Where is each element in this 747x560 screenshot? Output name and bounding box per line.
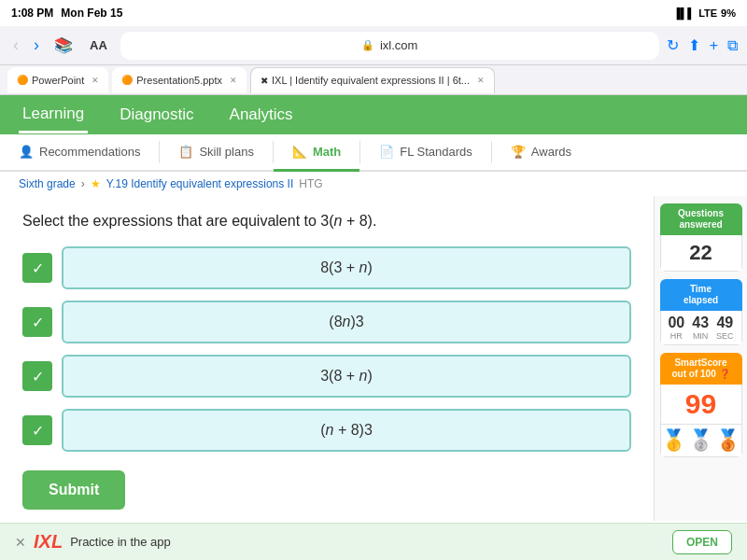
time-elapsed-header: Time elapsed — [660, 279, 742, 311]
subnav-math[interactable]: 📐 Math — [274, 134, 359, 172]
questions-label2: answered — [679, 219, 722, 230]
fl-standards-label: FL Standards — [400, 145, 472, 159]
tabs-bar: 🟠 PowerPoint ✕ 🟠 Presentation5.pptx ✕ ✖ … — [0, 65, 747, 95]
checkbox-4[interactable]: ✓ — [22, 415, 52, 445]
nav-diagnostic[interactable]: Diagnostic — [116, 98, 197, 132]
right-panel: Questions answered 22 Time elapsed 00 HR… — [654, 196, 747, 521]
breadcrumb-tag: HTG — [299, 177, 322, 190]
tab-close-ppt1[interactable]: ✕ — [92, 76, 99, 85]
status-time: 1:08 PM — [11, 7, 53, 20]
smart-score-label1: SmartScore — [674, 357, 726, 368]
nav-learning[interactable]: Learning — [19, 97, 88, 133]
open-app-button[interactable]: OPEN — [672, 530, 732, 554]
battery-level: 9% — [721, 7, 736, 19]
smart-score-help-icon[interactable]: ❓ — [719, 369, 730, 379]
option-text-2: (8n)3 — [329, 314, 363, 330]
banner-close-button[interactable]: ✕ — [15, 535, 26, 550]
option-box-1[interactable]: 8(3 + n) — [62, 246, 631, 289]
option-text-3: 3(8 + n) — [320, 368, 373, 385]
check-icon-4: ✓ — [32, 422, 44, 440]
medals-row: 🥇 🥈 🥉 — [660, 425, 742, 457]
url-text: ixl.com — [380, 38, 417, 52]
tab-close-ppt2[interactable]: ✕ — [230, 76, 237, 85]
breadcrumb-star-icon[interactable]: ★ — [91, 177, 101, 190]
time-minutes: 43 — [692, 315, 709, 331]
checkbox-3[interactable]: ✓ — [22, 361, 52, 391]
url-bar[interactable]: 🔒 ixl.com — [120, 32, 659, 60]
math-icon: 📐 — [292, 145, 307, 159]
checkbox-2[interactable]: ✓ — [22, 307, 52, 337]
tab-ixl[interactable]: ✖ IXL | Identify equivalent expressions … — [250, 67, 495, 93]
option-box-2[interactable]: (8n)3 — [62, 301, 631, 343]
tab-presentation[interactable]: 🟠 Presentation5.pptx ✕ — [112, 67, 247, 93]
question-area: Select the expressions that are equivale… — [0, 196, 654, 521]
time-minutes-cell: 43 MIN — [692, 315, 709, 341]
breadcrumb-grade[interactable]: Sixth grade — [19, 177, 76, 190]
tab-label-ppt1: PowerPoint — [32, 75, 84, 86]
checkbox-1[interactable]: ✓ — [22, 253, 52, 283]
subnav-recommendations[interactable]: 👤 Recommendations — [0, 134, 159, 172]
medal-gold: 🥇 — [661, 428, 686, 453]
smart-score-header: SmartScore out of 100 ❓ — [660, 353, 742, 385]
medal-bronze: 🥉 — [715, 428, 740, 453]
browser-bar: ‹ › 📚 AA 🔒 ixl.com ↻ ⬆ + ⧉ — [0, 26, 747, 65]
breadcrumb-arrow: › — [81, 177, 85, 190]
time-sec-label: SEC — [716, 331, 734, 341]
option-box-4[interactable]: (n + 8)3 — [62, 409, 631, 452]
back-button[interactable]: ‹ — [9, 32, 22, 59]
subnav-awards[interactable]: 🏆 Awards — [492, 134, 590, 172]
share-button[interactable]: ⬆ — [688, 36, 700, 54]
status-bar: 1:08 PM Mon Feb 15 ▐▌▌ LTE 9% — [0, 0, 747, 26]
lock-icon: 🔒 — [361, 39, 374, 51]
add-tab-button[interactable]: + — [710, 37, 718, 54]
reload-button[interactable]: ↻ — [667, 36, 679, 54]
forward-button[interactable]: › — [30, 32, 43, 59]
submit-button[interactable]: Submit — [22, 470, 125, 510]
option-text-1: 8(3 + n) — [320, 259, 373, 276]
ppt2-favicon: 🟠 — [121, 75, 133, 85]
option-row-1: ✓ 8(3 + n) — [22, 246, 631, 289]
signal-icon: ▐▌▌ — [673, 7, 695, 19]
time-min-label: MIN — [692, 331, 709, 341]
questions-answered-header: Questions answered — [660, 203, 742, 235]
subnav-skill-plans[interactable]: 📋 Skill plans — [160, 134, 273, 172]
option-row-2: ✓ (8n)3 — [22, 301, 631, 343]
main-content: Select the expressions that are equivale… — [0, 196, 747, 521]
tabs-button[interactable]: ⧉ — [727, 37, 738, 54]
time-label1: Time — [690, 284, 712, 294]
check-icon-1: ✓ — [32, 259, 44, 277]
tab-label-ixl: IXL | Identify equivalent expressions II… — [272, 75, 470, 86]
math-label: Math — [313, 145, 341, 159]
awards-label: Awards — [531, 145, 571, 159]
time-label2: elapsed — [684, 295, 718, 305]
breadcrumb: Sixth grade › ★ Y.19 Identify equivalent… — [0, 172, 747, 196]
option-box-3[interactable]: 3(8 + n) — [62, 355, 631, 398]
ixl-favicon: ✖ — [261, 76, 268, 86]
breadcrumb-skill[interactable]: Y.19 Identify equivalent expressions II — [106, 177, 294, 190]
time-display: 00 HR 43 MIN 49 SEC — [660, 311, 742, 345]
smart-score-label2: out of 100 — [671, 369, 715, 379]
subnav-fl-standards[interactable]: 📄 FL Standards — [360, 134, 491, 172]
smart-score-box: SmartScore out of 100 ❓ 99 🥇 🥈 🥉 — [660, 353, 742, 457]
time-hr-label: HR — [668, 331, 684, 341]
tab-powerpoint[interactable]: 🟠 PowerPoint ✕ — [7, 67, 108, 93]
questions-label1: Questions — [678, 208, 724, 218]
reader-button[interactable]: AA — [84, 35, 113, 56]
time-elapsed-box: Time elapsed 00 HR 43 MIN 49 SEC — [660, 279, 742, 345]
bottom-banner: ✕ IXL Practice in the app OPEN — [0, 523, 747, 560]
ixl-nav: Learning Diagnostic Analytics — [0, 95, 747, 134]
ixl-logo: IXL — [34, 531, 63, 553]
status-day: Mon Feb 15 — [61, 7, 122, 20]
question-text: Select the expressions that are equivale… — [22, 213, 631, 230]
questions-answered-value: 22 — [660, 235, 742, 272]
tab-close-ixl[interactable]: ✕ — [477, 76, 485, 85]
nav-analytics[interactable]: Analytics — [226, 98, 297, 132]
medal-silver: 🥈 — [688, 428, 713, 453]
bookmarks-button[interactable]: 📚 — [50, 33, 77, 58]
banner-text: Practice in the app — [70, 535, 171, 549]
time-hours-cell: 00 HR — [668, 315, 684, 341]
check-icon-3: ✓ — [32, 368, 44, 385]
option-text-4: (n + 8)3 — [320, 422, 373, 439]
awards-icon: 🏆 — [511, 145, 526, 159]
time-hours: 00 — [668, 315, 684, 331]
